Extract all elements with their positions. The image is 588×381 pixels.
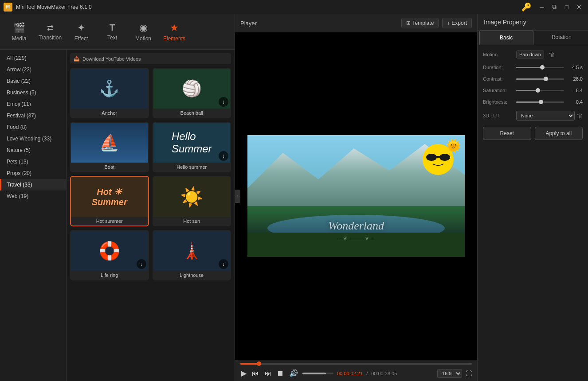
video-frame: Wonderland — ❦ ——— ❦ — 🌞 (247, 135, 465, 257)
element-hello-summer[interactable]: HelloSummer ↓ Hello summer (153, 122, 231, 172)
saturation-slider[interactable] (516, 90, 564, 91)
contrast-slider[interactable] (516, 78, 564, 80)
sidebar-item-festival[interactable]: Festival (37) (0, 110, 66, 121)
sidebar-item-food[interactable]: Food (8) (0, 121, 66, 133)
sidebar-item-web[interactable]: Web (19) (0, 190, 66, 202)
media-icon: 🎬 (13, 22, 25, 34)
video-decoration: — ❦ ——— ❦ — (337, 236, 375, 241)
anchor-label: Anchor (71, 109, 148, 117)
controls-row: ▶ ⏮ ⏭ ⏹ 🔊 00:00:02.21 / 00:00:38.05 16:9 (240, 368, 472, 378)
right-panel-header: Image Property (478, 14, 588, 31)
lighthouse-label: Lighthouse (153, 271, 231, 280)
duration-slider[interactable] (516, 67, 564, 68)
template-button[interactable]: ⊞ Template (401, 18, 439, 28)
download-overlay-hello-summer: ↓ (219, 151, 228, 161)
sidebar-item-all[interactable]: All (229) (0, 52, 66, 64)
motion-control: Pan down 🗑 (516, 51, 583, 58)
minimize-button[interactable]: ─ (537, 2, 547, 12)
app-icon: M (4, 3, 12, 12)
toolbar-effect[interactable]: ✦ Effect (66, 16, 97, 47)
tab-basic[interactable]: Basic (479, 31, 533, 45)
prev-button[interactable]: ⏮ (251, 369, 260, 378)
hot-summer-overlay: 🌞 (446, 139, 461, 153)
sidebar-item-travel[interactable]: Travel (33) (0, 179, 66, 190)
life-ring-thumb: 🛟 ↓ (71, 231, 148, 271)
reset-button[interactable]: Reset (483, 127, 531, 140)
maximize-button[interactable]: □ (561, 2, 572, 12)
current-time: 00:00:02.21 (337, 371, 363, 376)
total-time: 00:00:38.05 (371, 371, 397, 376)
lighthouse-thumb: 🗼 ↓ (153, 231, 231, 271)
toolbar-text[interactable]: T Text (97, 16, 128, 47)
effect-icon: ✦ (77, 22, 85, 34)
stop-button[interactable]: ⏹ (276, 369, 285, 378)
restore-button[interactable]: ⧉ (549, 2, 560, 12)
export-label: Export (451, 20, 467, 26)
hello-summer-thumb: HelloSummer ↓ (153, 123, 231, 163)
volume-button[interactable]: 🔊 (288, 368, 299, 378)
sidebar-item-business[interactable]: Business (5) (0, 87, 66, 98)
element-boat[interactable]: ⛵ Boat (70, 122, 149, 172)
tab-rotation[interactable]: Rotation (535, 31, 588, 45)
playback-timeline[interactable] (240, 363, 472, 365)
apply-all-button[interactable]: Apply to all (535, 127, 583, 140)
element-hot-summer[interactable]: Hot ☀Summer Hot summer (70, 176, 149, 226)
duration-row: Duration: 4.5 s (483, 65, 583, 70)
saturation-value: -8.4 (567, 88, 583, 93)
element-anchor[interactable]: ⚓ Anchor (70, 68, 149, 118)
volume-fill (302, 373, 326, 374)
toolbar-motion[interactable]: ◉ Motion (128, 16, 159, 47)
action-buttons: Reset Apply to all (483, 127, 583, 140)
player-header: Player ⊞ Template ↑ Export (235, 14, 477, 32)
beach-ball-thumb: 🏐 ↓ (153, 69, 231, 109)
toolbar-media[interactable]: 🎬 Media (4, 16, 35, 47)
next-button[interactable]: ⏭ (263, 369, 272, 378)
titlebar: M MiniTool MovieMaker Free 6.1.0 🔑 ─ ⧉ □… (0, 0, 588, 14)
video-container: › (235, 32, 477, 360)
sidebar-item-basic[interactable]: Basic (22) (0, 75, 66, 87)
hot-sun-thumb: ☀️ (153, 177, 231, 217)
download-youtube-bar[interactable]: 📥 Download YouTube Videos (70, 53, 231, 64)
element-life-ring[interactable]: 🛟 ↓ Life ring (70, 230, 149, 280)
ratio-select[interactable]: 16:9 9:16 1:1 (437, 369, 462, 378)
fullscreen-button[interactable]: ⛶ (466, 370, 472, 377)
motion-label: Motion: (483, 52, 516, 57)
sidebar-item-arrow[interactable]: Arrow (23) (0, 64, 66, 75)
brightness-slider[interactable] (516, 101, 564, 103)
toolbar-elements-label: Elements (163, 35, 185, 42)
sidebar-item-lovewedding[interactable]: Love Wedding (33) (0, 133, 66, 144)
play-button[interactable]: ▶ (240, 368, 247, 378)
sidebar-item-emoji[interactable]: Emoji (11) (0, 98, 66, 110)
timeline-progress (240, 363, 259, 365)
export-button[interactable]: ↑ Export (442, 18, 472, 28)
contrast-control: 28.0 (516, 76, 583, 82)
timeline-thumb (257, 362, 261, 366)
elements-grid-items: ⚓ Anchor 🏐 ↓ Beach ball (70, 68, 231, 280)
toolbar-elements[interactable]: ★ Elements (159, 16, 190, 47)
app-title: MiniTool MovieMaker Free 6.1.0 (16, 4, 521, 10)
lut-delete-button[interactable]: 🗑 (576, 112, 583, 119)
brightness-row: Brightness: 0.4 (483, 99, 583, 105)
lut-select[interactable]: None Warm Cool Dramatic (516, 111, 575, 121)
sidebar-item-nature[interactable]: Nature (5) (0, 144, 66, 156)
duration-fill (516, 67, 542, 68)
sidebar-item-props[interactable]: Props (20) (0, 167, 66, 179)
element-lighthouse[interactable]: 🗼 ↓ Lighthouse (153, 230, 231, 280)
panel-expand-handle[interactable]: › (235, 190, 240, 203)
toolbar-text-label: Text (107, 35, 117, 41)
toolbar-transition[interactable]: ⇄ Transition (35, 16, 66, 47)
player-controls: ▶ ⏮ ⏭ ⏹ 🔊 00:00:02.21 / 00:00:38.05 16:9 (235, 360, 477, 381)
key-icon: 🔑 (521, 2, 531, 12)
element-beach-ball[interactable]: 🏐 ↓ Beach ball (153, 68, 231, 118)
close-button[interactable]: ✕ (574, 2, 584, 12)
lut-label: 3D LUT: (483, 113, 516, 118)
volume-slider[interactable] (302, 373, 333, 374)
contrast-thumb (544, 77, 548, 81)
download-overlay-life-ring: ↓ (137, 259, 146, 269)
download-overlay-lighthouse: ↓ (219, 259, 228, 269)
sidebar-item-pets[interactable]: Pets (13) (0, 156, 66, 167)
player-header-buttons: ⊞ Template ↑ Export (401, 18, 472, 28)
element-hot-sun[interactable]: ☀️ Hot sun (153, 176, 231, 226)
player-panel: Player ⊞ Template ↑ Export › (235, 14, 477, 381)
motion-delete-button[interactable]: 🗑 (549, 51, 555, 58)
